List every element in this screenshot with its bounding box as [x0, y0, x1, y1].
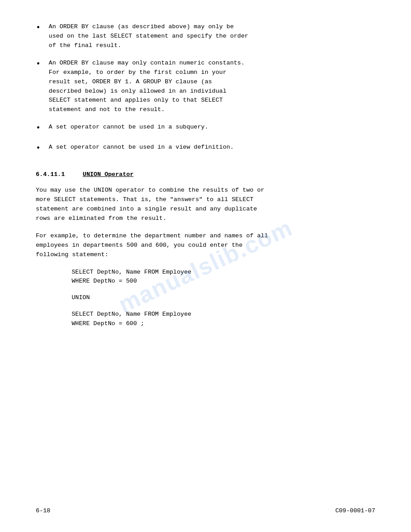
section-number: 6.4.11.1	[36, 171, 65, 178]
page: manualslib.com • An ORDER BY clause (as …	[0, 0, 411, 532]
bullet-text: A set operator cannot be used in a subqu…	[49, 123, 375, 132]
list-item: • A set operator cannot be used in a sub…	[36, 123, 375, 135]
bullet-text: An ORDER BY clause may only contain nume…	[49, 59, 375, 115]
bullet-dot: •	[36, 122, 41, 135]
code-line: SELECT DeptNo, Name FROM Employee	[72, 268, 375, 277]
bullet-text: A set operator cannot be used in a view …	[49, 143, 375, 152]
footer: 6-18 C09-0001-07	[36, 507, 375, 514]
list-item: • An ORDER BY clause may only contain nu…	[36, 59, 375, 115]
section-heading: 6.4.11.1 UNION Operator	[36, 171, 375, 178]
bullet-dot: •	[36, 22, 41, 34]
footer-doc-id: C09-0001-07	[335, 507, 375, 514]
code-line: WHERE DeptNo = 600 ;	[72, 319, 375, 329]
list-item: • A set operator cannot be used in a vie…	[36, 143, 375, 155]
code-line: UNION	[72, 293, 375, 303]
bullet-dot: •	[36, 58, 41, 71]
bullet-list: • An ORDER BY clause (as described above…	[36, 22, 375, 155]
code-line: SELECT DeptNo, Name FROM Employee	[72, 310, 375, 319]
section-title: UNION Operator	[83, 171, 133, 178]
footer-page-number: 6-18	[36, 507, 50, 514]
bullet-dot: •	[36, 142, 41, 155]
paragraph-2: For example, to determine the department…	[36, 232, 375, 260]
bullet-text: An ORDER BY clause (as described above) …	[49, 22, 375, 51]
paragraph-1: You may use the UNION operator to combin…	[36, 186, 375, 223]
code-block-2: UNION	[72, 293, 375, 303]
list-item: • An ORDER BY clause (as described above…	[36, 22, 375, 51]
code-block-1: SELECT DeptNo, Name FROM Employee WHERE …	[72, 268, 375, 287]
code-block-3: SELECT DeptNo, Name FROM Employee WHERE …	[72, 310, 375, 329]
code-line: WHERE DeptNo = 500	[72, 277, 375, 286]
